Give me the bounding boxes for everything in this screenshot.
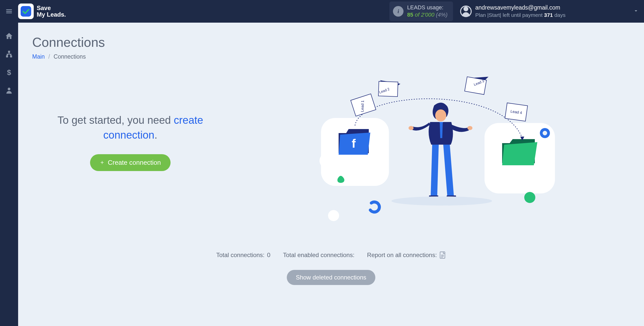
checkmark-icon <box>20 6 32 17</box>
info-icon: i <box>393 6 404 17</box>
stats-row: Total connections: 0 Total enabled conne… <box>32 251 630 259</box>
chevron-down-icon <box>633 8 639 14</box>
sidebar-item-billing[interactable]: $ <box>4 67 14 77</box>
plus-icon <box>100 160 105 165</box>
leads-usage-values: 85 of 2'000 (4%) <box>407 11 448 19</box>
leads-percent: (4%) <box>436 12 448 18</box>
breadcrumb-main-link[interactable]: Main <box>32 53 45 60</box>
page-title: Connections <box>32 35 630 50</box>
svg-point-15 <box>435 109 446 121</box>
leads-total-value: 2'000 <box>421 12 434 18</box>
svg-point-16 <box>409 126 414 130</box>
sidebar: $ <box>0 23 18 326</box>
breadcrumb-current: Connections <box>54 53 86 60</box>
empty-state-text: To get started, you need create connecti… <box>32 113 228 143</box>
create-connection-button[interactable]: Create connection <box>90 154 170 171</box>
svg-point-17 <box>467 126 472 130</box>
create-connection-button-label: Create connection <box>108 159 161 167</box>
svg-text:f: f <box>352 137 356 150</box>
breadcrumb-separator: / <box>48 53 50 60</box>
avatar-icon <box>460 6 472 17</box>
svg-point-19 <box>524 192 535 203</box>
dollar-icon: $ <box>5 68 13 76</box>
svg-point-18 <box>391 196 492 206</box>
svg-point-22 <box>328 210 339 221</box>
enabled-connections-stat: Total enabled connections: <box>283 251 354 259</box>
leads-illustration: f Lead 1 <box>311 75 557 246</box>
svg-text:Lead 1: Lead 1 <box>360 100 365 112</box>
logo[interactable]: Save My Leads. <box>18 4 66 19</box>
sidebar-item-account[interactable] <box>4 85 14 96</box>
show-deleted-button[interactable]: Show deleted connections <box>287 270 375 285</box>
brand-line1: Save <box>37 5 66 11</box>
report-icon[interactable] <box>439 251 446 259</box>
hamburger-icon <box>5 8 13 15</box>
home-icon <box>5 32 13 40</box>
account-menu[interactable]: andrewsavemyleads@gmail.com Plan |Start|… <box>460 4 566 18</box>
svg-point-21 <box>543 131 547 135</box>
sidebar-item-home[interactable] <box>4 31 14 41</box>
leads-of-word: of <box>415 12 419 18</box>
sitemap-icon <box>5 50 13 58</box>
account-email: andrewsavemyleads@gmail.com <box>475 4 566 12</box>
brand-line2: My Leads. <box>37 11 66 18</box>
sidebar-item-connections[interactable] <box>4 49 14 59</box>
report-all-connections: Report on all connections: <box>367 251 446 259</box>
leads-used-value: 85 <box>407 12 413 18</box>
total-connections-value: 0 <box>267 252 270 259</box>
breadcrumb: Main / Connections <box>32 53 630 60</box>
illustration: f Lead 1 <box>238 75 630 246</box>
leads-usage-label: LEADS usage: <box>407 4 448 11</box>
logo-mark <box>18 4 34 19</box>
svg-rect-0 <box>21 6 31 17</box>
account-dropdown-toggle[interactable] <box>633 8 639 15</box>
user-icon <box>5 86 13 94</box>
leads-usage-widget[interactable]: i LEADS usage: 85 of 2'000 (4%) <box>389 2 453 21</box>
menu-toggle-button[interactable] <box>0 0 18 23</box>
logo-text: Save My Leads. <box>37 5 66 18</box>
account-plan-text: Plan |Start| left until payment 371 days <box>475 12 566 18</box>
empty-state: To get started, you need create connecti… <box>32 75 228 171</box>
total-connections-stat: Total connections: 0 <box>216 251 270 259</box>
svg-point-3 <box>8 88 11 90</box>
svg-text:$: $ <box>7 68 11 76</box>
